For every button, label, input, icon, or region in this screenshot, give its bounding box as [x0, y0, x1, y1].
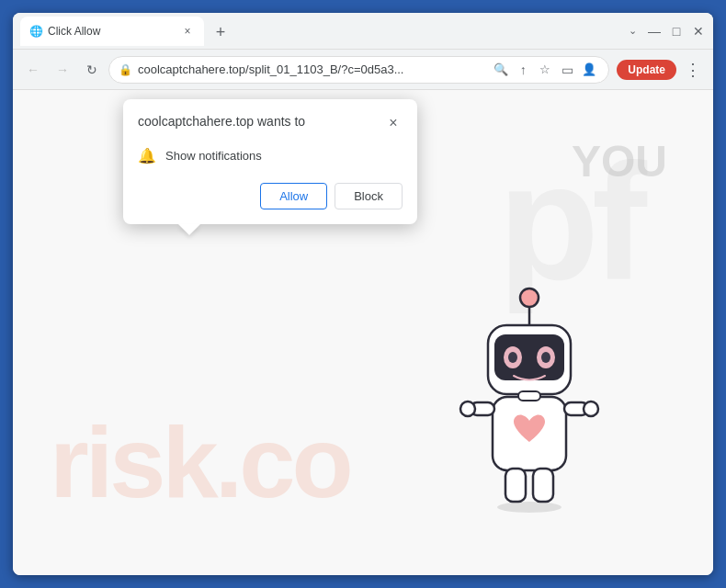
bell-icon: 🔔 — [138, 147, 156, 164]
svg-point-7 — [541, 352, 550, 363]
svg-rect-15 — [533, 469, 553, 502]
tab-strip: 🌐 Click Allow × + — [20, 17, 625, 46]
svg-point-0 — [520, 288, 539, 307]
tab-favicon-icon: 🌐 — [29, 25, 42, 38]
popup-permission-row: 🔔 Show notifications — [123, 140, 417, 175]
allow-button[interactable]: Allow — [260, 183, 327, 209]
forward-button[interactable]: → — [50, 57, 75, 83]
lock-icon: 🔒 — [119, 63, 132, 76]
svg-point-6 — [508, 352, 517, 363]
minimize-button[interactable]: — — [647, 24, 662, 39]
window-controls: ⌄ — □ ✕ — [625, 24, 706, 39]
more-menu-button[interactable]: ⋮ — [680, 57, 706, 83]
address-actions: 🔍 ↑ ☆ ▭ 👤 — [491, 60, 599, 80]
svg-point-11 — [460, 401, 475, 416]
popup-permission-text: Show notifications — [165, 149, 262, 163]
watermark-you: YOU — [572, 136, 667, 187]
address-bar[interactable]: 🔒 coolcaptchahere.top/split_01_1103_B/?c… — [108, 56, 609, 84]
tab-title: Click Allow — [48, 25, 175, 38]
svg-rect-14 — [505, 469, 526, 502]
watermark-risk: risk.co — [50, 403, 350, 520]
search-icon[interactable]: 🔍 — [491, 60, 511, 80]
page-content: pf YOU risk.co — [13, 90, 713, 575]
profile-icon[interactable]: 👤 — [579, 60, 599, 80]
block-button[interactable]: Block — [335, 183, 403, 209]
svg-point-13 — [584, 401, 598, 416]
maximize-button[interactable]: □ — [669, 24, 684, 39]
new-tab-button[interactable]: + — [208, 20, 233, 46]
address-text: coolcaptchahere.top/split_01_1103_B/?c=0… — [138, 62, 485, 76]
update-button[interactable]: Update — [617, 60, 676, 80]
robot-illustration — [437, 281, 621, 538]
share-icon[interactable]: ↑ — [513, 60, 533, 80]
browser-panel-icon[interactable]: ▭ — [557, 60, 577, 80]
nav-bar: ← → ↻ 🔒 coolcaptchahere.top/split_01_110… — [13, 50, 713, 90]
browser-window: 🌐 Click Allow × + ⌄ — □ ✕ ← → ↻ 🔒 coolca… — [13, 13, 713, 575]
notification-popup: coolcaptchahere.top wants to × 🔔 Show no… — [123, 99, 417, 224]
active-tab: 🌐 Click Allow × — [20, 17, 204, 46]
svg-rect-9 — [518, 391, 540, 401]
back-button[interactable]: ← — [20, 57, 46, 83]
window-chevron-icon: ⌄ — [625, 24, 640, 39]
close-button[interactable]: ✕ — [691, 24, 706, 39]
reload-button[interactable]: ↻ — [79, 57, 105, 83]
popup-close-button[interactable]: × — [384, 114, 403, 132]
tab-close-button[interactable]: × — [180, 24, 195, 39]
popup-title: coolcaptchahere.top wants to — [138, 114, 305, 129]
popup-tail — [178, 224, 200, 235]
title-bar: 🌐 Click Allow × + ⌄ — □ ✕ — [13, 13, 713, 50]
popup-actions: Allow Block — [123, 175, 417, 224]
svg-point-16 — [497, 502, 562, 513]
popup-header: coolcaptchahere.top wants to × — [123, 99, 417, 140]
bookmark-icon[interactable]: ☆ — [535, 60, 555, 80]
